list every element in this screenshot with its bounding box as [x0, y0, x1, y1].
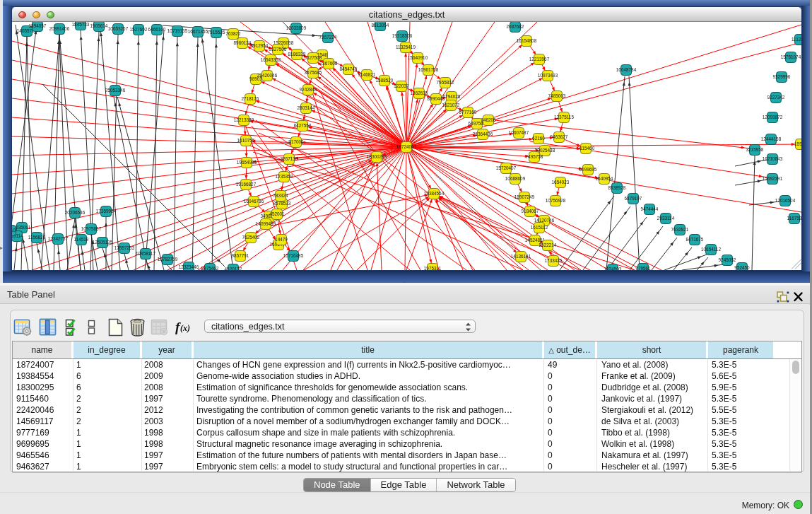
- svg-text:1733426: 1733426: [545, 258, 563, 263]
- svg-text:12213389: 12213389: [234, 117, 254, 122]
- svg-text:9227342: 9227342: [767, 95, 785, 100]
- svg-text:18724007: 18724007: [396, 144, 417, 149]
- svg-text:10958117: 10958117: [136, 251, 155, 256]
- svg-text:1156829: 1156829: [28, 235, 46, 240]
- svg-text:12213967: 12213967: [529, 57, 550, 62]
- svg-text:8427552: 8427552: [294, 123, 312, 128]
- svg-text:16210643: 16210643: [763, 156, 783, 161]
- svg-text:9184067: 9184067: [522, 209, 539, 214]
- svg-text:4520132: 4520132: [225, 267, 242, 270]
- svg-text:1621072: 1621072: [442, 103, 460, 107]
- svg-text:62160: 62160: [532, 136, 545, 141]
- svg-text:1845733: 1845733: [72, 22, 90, 27]
- svg-text:10973493: 10973493: [538, 73, 558, 78]
- svg-text:18907249: 18907249: [514, 194, 535, 199]
- svg-text:21364436: 21364436: [473, 132, 493, 136]
- svg-text:8578533: 8578533: [273, 201, 291, 206]
- svg-text:15958: 15958: [794, 141, 801, 146]
- svg-text:20206536: 20206536: [65, 210, 86, 215]
- svg-text:2803144: 2803144: [298, 105, 315, 110]
- svg-text:8975462: 8975462: [201, 266, 219, 270]
- svg-text:8454749: 8454749: [340, 66, 358, 71]
- svg-text:979561: 979561: [635, 266, 651, 270]
- svg-text:12093872: 12093872: [763, 115, 783, 119]
- svg-text:9310: 9310: [12, 228, 16, 233]
- svg-text:20991406: 20991406: [49, 26, 70, 31]
- svg-text:9242848: 9242848: [300, 87, 317, 92]
- svg-text:783324: 783324: [273, 193, 288, 198]
- svg-text:12505135: 12505135: [93, 240, 113, 245]
- svg-text:17957253: 17957253: [114, 245, 135, 250]
- svg-text:9327508: 9327508: [305, 55, 322, 60]
- svg-text:8471675: 8471675: [686, 237, 704, 242]
- svg-text:6099695: 6099695: [579, 167, 597, 172]
- svg-text:12444158: 12444158: [761, 136, 782, 141]
- svg-text:7625402: 7625402: [242, 235, 260, 240]
- svg-text:10975867: 10975867: [81, 226, 102, 231]
- svg-text:17359924: 17359924: [96, 209, 117, 214]
- svg-text:7955812: 7955812: [437, 80, 454, 85]
- svg-text:10688609: 10688609: [505, 176, 526, 181]
- svg-text:746206: 746206: [481, 117, 496, 122]
- svg-text:9146821: 9146821: [358, 72, 376, 77]
- svg-text:452001: 452001: [269, 211, 285, 216]
- svg-text:1654923: 1654923: [552, 180, 570, 185]
- svg-text:8813054: 8813054: [372, 23, 389, 28]
- svg-text:1024503: 1024503: [604, 267, 622, 270]
- svg-text:10607487: 10607487: [509, 130, 529, 135]
- svg-text:2933114: 2933114: [657, 216, 675, 221]
- svg-text:9474444: 9474444: [641, 206, 659, 211]
- svg-text:16782759: 16782759: [158, 257, 178, 262]
- svg-text:1527602: 1527602: [130, 27, 148, 32]
- svg-text:9245052: 9245052: [719, 257, 736, 262]
- svg-text:1610755: 1610755: [237, 138, 255, 143]
- svg-text:1975311: 1975311: [424, 266, 442, 270]
- svg-text:10719135: 10719135: [167, 28, 188, 33]
- svg-text:12375115: 12375115: [554, 115, 574, 119]
- svg-text:917006: 917006: [288, 139, 304, 144]
- svg-text:10654112: 10654112: [701, 247, 721, 252]
- svg-text:12342737: 12342737: [48, 236, 69, 241]
- svg-text:3912954: 3912954: [251, 43, 269, 48]
- svg-text:1112842: 1112842: [792, 37, 801, 42]
- svg-text:1894057: 1894057: [29, 23, 47, 28]
- svg-text:9327506: 9327506: [269, 47, 287, 52]
- svg-text:7515526: 7515526: [208, 30, 225, 35]
- svg-text:16543362: 16543362: [261, 57, 281, 62]
- svg-text:2367608: 2367608: [320, 61, 338, 66]
- svg-text:9777169: 9777169: [459, 110, 477, 115]
- svg-text:3267130: 3267130: [281, 156, 298, 161]
- svg-text:1235359: 1235359: [276, 174, 293, 179]
- svg-text:1588520: 1588520: [376, 78, 394, 83]
- svg-text:14479: 14479: [275, 237, 288, 242]
- svg-text:11325419: 11325419: [396, 45, 416, 49]
- svg-text:7485063: 7485063: [548, 93, 566, 98]
- svg-text:7632821: 7632821: [671, 227, 689, 232]
- svg-text:15751074: 15751074: [781, 54, 801, 59]
- svg-text:22420046: 22420046: [257, 73, 278, 78]
- svg-text:9463627: 9463627: [551, 134, 568, 139]
- svg-text:16671355: 16671355: [188, 29, 208, 34]
- svg-text:1362615: 1362615: [411, 90, 428, 95]
- svg-text:16961758: 16961758: [418, 67, 439, 72]
- svg-text:15692391: 15692391: [763, 176, 783, 181]
- svg-text:14099489: 14099489: [256, 221, 276, 226]
- svg-text:6466160: 6466160: [148, 27, 166, 32]
- svg-text:2087682: 2087682: [507, 24, 524, 29]
- svg-text:522037: 522037: [394, 83, 409, 88]
- svg-text:9115460: 9115460: [577, 146, 595, 151]
- svg-text:763822: 763822: [225, 31, 241, 36]
- svg-text:16046736: 16046736: [244, 199, 264, 204]
- svg-text:114519: 114519: [74, 237, 89, 242]
- svg-text:18300295: 18300295: [367, 154, 387, 159]
- svg-text:116753: 116753: [787, 216, 801, 221]
- svg-text:12323446: 12323446: [179, 264, 199, 269]
- svg-text:2718176: 2718176: [242, 96, 259, 101]
- svg-text:9329996: 9329996: [773, 74, 791, 79]
- svg-text:14136141: 14136141: [511, 254, 531, 259]
- svg-text:8186328: 8186328: [288, 52, 306, 57]
- svg-text:(x): (x): [180, 323, 190, 333]
- svg-text:15716485: 15716485: [283, 253, 304, 258]
- svg-text:1615112: 1615112: [531, 225, 548, 230]
- svg-text:16033809: 16033809: [286, 25, 307, 30]
